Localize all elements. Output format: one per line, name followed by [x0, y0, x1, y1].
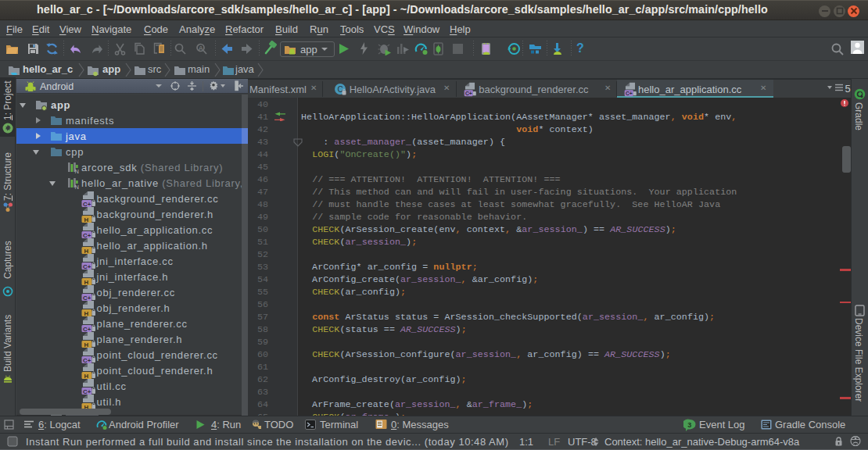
svg-text:3: 3: [687, 421, 691, 429]
